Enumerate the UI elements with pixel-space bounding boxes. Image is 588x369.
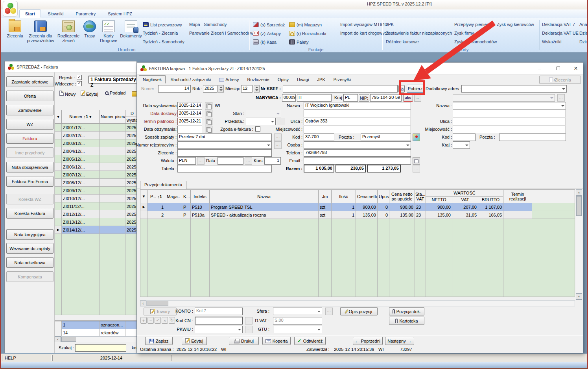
pos-header-termin[interactable]: Termin realizacji [503,190,532,203]
list-item[interactable]: ZI002/12/...2025-12.. [55,132,137,139]
ribbon-link-zakupy[interactable]: (z) Zakupy [253,31,281,36]
nav-wz[interactable]: WZ [6,119,53,130]
ribbon-button-karty-drogowe[interactable]: Karty Drogowe [99,20,118,43]
rok-stepper[interactable] [218,85,224,93]
list-item[interactable]: ZI008/12/...2025-12.. [55,179,137,187]
ribbon-button-zlecenia[interactable]: Zlecenia [5,20,25,38]
data-dostawy-field[interactable]: 2025-12-14 [177,110,202,117]
tab-slowniki[interactable]: Słowniki [42,10,69,17]
ribbon-link-list-przewozowy[interactable]: List przewozowy [143,22,182,27]
list-item[interactable]: ZI007/12/...2025-12.. [55,171,137,179]
pos-header-k[interactable]: K... [182,190,191,203]
kraj-select[interactable]: PL [343,94,358,102]
sposob-zaplaty-select[interactable]: Przelew 7 dni [177,134,272,141]
koperta-button[interactable]: Koperta [262,337,291,345]
odtwierdz-button[interactable]: ✓Odtwierdź [294,337,326,345]
razem-browse-button[interactable]: ... [413,165,420,172]
position-row[interactable]: 2 PP510a SPEED - aktualizacja rocznaszt … [140,211,575,219]
kod-field[interactable]: 37-700 [304,134,334,141]
list-item[interactable]: ZI006/12/...2025-12.. [55,163,137,171]
pos-header-ilosc[interactable]: Ilość [332,190,356,203]
pos-header-sta-vat[interactable]: Sta...VAT [415,190,426,203]
widoczne-checkbox[interactable] [77,81,82,86]
kartoteka-button[interactable]: Kartoteka [389,317,424,325]
kurs-data-browse-button[interactable]: ... [245,157,252,165]
position-row-selected[interactable]: ▶ 1 PP510 Program SPEED TSLszt 1900,00 0… [140,203,575,211]
tab-parametry[interactable]: Parametry [70,10,101,17]
ribbon-link-deklaracja-vat7[interactable]: Deklaracja VAT 7 [542,22,575,27]
pos-header-jm[interactable]: Jm [319,190,332,203]
ribbon-link-mapa-samochody[interactable]: Mapa - Samochody [189,22,227,27]
addr2-kod-field[interactable] [453,134,476,141]
calendar-icon[interactable] [205,102,212,109]
ribbon-link-zysk-firmy[interactable]: Zysk firmy [454,31,474,35]
nabywca-kod-field[interactable]: 00009 [282,94,296,102]
telefon-field[interactable]: 793664793 [304,149,411,157]
zapisz-button[interactable]: Zapisz [145,337,173,345]
data-wystawienia-field[interactable]: 2025-12-14 [177,102,202,109]
addr2-browse-button[interactable]: ... [557,94,565,102]
ribbon-link-palety[interactable]: Palety [289,39,309,45]
ribbon-link-deklaracja-vatue[interactable]: Deklaracja VAT UE [542,31,579,35]
nav-nota-odsetkowa[interactable]: Nota odsetkowa [6,257,53,268]
ribbon-link-clipped-1[interactable]: Ana [579,22,587,27]
tab-uwagi[interactable]: Uwagi [293,76,313,83]
addr2-ulica-field[interactable] [453,118,566,125]
grid-header-numer[interactable]: Numer ↑1 ▾ [62,110,100,124]
maximize-icon[interactable] [549,63,567,74]
ribbon-link-zysk-samochodow[interactable]: Zysk wg samochodów [454,39,497,44]
abc-button[interactable]: abc [403,94,413,102]
pozycja-dok-button[interactable]: Pozycja dok. [389,307,424,315]
tab-przesylki[interactable]: Przesyłki [330,76,354,83]
ksef-field[interactable] [283,85,398,93]
ribbon-link-clipped-2[interactable]: Dzie [579,31,588,35]
nazwa2-field[interactable] [304,110,411,117]
dodatkowy-adres-select[interactable] [461,85,567,93]
pos-hscroll-thumb[interactable] [147,301,168,306]
hscroll-left-button[interactable]: ‹ [55,336,61,342]
rok-field[interactable]: 2025 [203,85,218,93]
list-item[interactable]: ZI012/12/...2025-12.. [55,210,137,218]
tab-adresy[interactable]: Adresy [216,76,242,83]
list-item[interactable]: ZI005/12/...2025-12.. [55,155,137,163]
addr2-kraj-select[interactable] [453,141,470,149]
ribbon-link-rozrachunki[interactable]: (r) Rozrachunki [289,31,326,36]
nav-zamowienie[interactable]: Zamówienie [6,105,53,115]
dialog-titlebar[interactable]: FAKTURA krajowa - 1 Faktura Sprzedaży Zl… [137,63,583,74]
nav-zapytanie-ofertowe[interactable]: Zapytanie ofertowe [6,76,53,87]
pos-header-nazwa[interactable]: Nazwa [210,190,319,203]
sfera-select[interactable] [273,308,322,315]
minimize-icon[interactable]: – [531,63,548,74]
ribbon-button-zlecenia-przewoznikow[interactable]: Zlecenia dla przewoźników [26,20,55,43]
cancel-row-button[interactable]: × [162,317,168,324]
numer-rejestracyjny-select[interactable] [177,141,272,149]
tab-pozycje-dokumentu[interactable]: Pozycje dokumentu [140,181,186,189]
vscroll-down-button[interactable]: ▼ [576,293,582,300]
nabywca-skrot-field[interactable]: IT [297,94,332,102]
list-item[interactable]: ZI001/12/...2025-12.. [55,124,137,132]
app-logo-icon[interactable] [3,1,18,17]
ribbon-link-sprzedaz[interactable]: (s) Sprzedaż [253,22,285,27]
zgoda-efaktura-checkbox[interactable] [255,126,260,132]
ribbon-link-jpk[interactable]: JPK [386,22,394,27]
addr2-nazwa2-field[interactable] [453,110,566,117]
pos-header-brutto[interactable]: BRUTTO [478,197,503,203]
ribbon-link-import-mt940[interactable]: Import wyciagów MT940 [340,22,387,27]
pkwiu-select[interactable] [195,326,243,333]
termin-platnosci-field[interactable]: 2025-12-21 [177,118,202,125]
tab-rachunki[interactable]: Rachunki / załączniki [167,76,214,83]
ribbon-link-kasa[interactable]: (k) Kasa [253,39,276,45]
pos-hscroll-track[interactable] [146,300,575,306]
pos-header-indeks[interactable]: Indeks [191,190,210,203]
opis-pozycji-button[interactable]: Opis pozycji [340,307,378,315]
ribbon-button-dokumenty[interactable]: Dokumenty [119,20,143,38]
addr2-poczta-field[interactable] [499,134,566,141]
ribbon-link-przeplywy[interactable]: Przepływy pieniężne [454,22,494,27]
calendar-icon[interactable] [205,118,212,125]
list-item[interactable]: ZI009/12/...2025-12.. [55,187,137,195]
search-input[interactable] [75,344,126,352]
ribbon-link-clipped-3[interactable]: Dzie [579,39,588,44]
pos-header-maga[interactable]: Maga.. [165,190,182,203]
clipped-toolbar-icon[interactable] [132,91,136,96]
ribbon-link-tydzien-zlecenia[interactable]: Tydzień - Zlecenia [143,31,178,35]
